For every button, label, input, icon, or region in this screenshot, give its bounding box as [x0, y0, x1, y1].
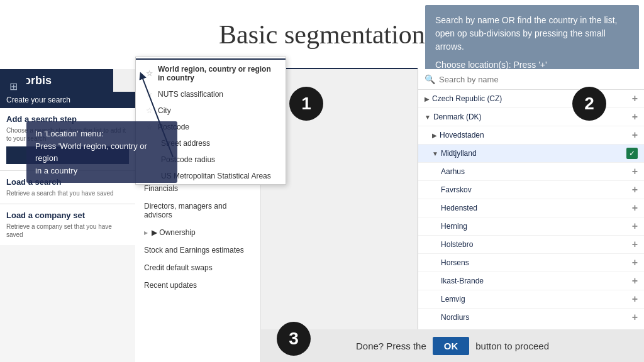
- add-country-btn-6[interactable]: +: [632, 202, 638, 214]
- location-search-bar: 🔍: [418, 69, 644, 90]
- bottom-text-before: Done? Press the: [356, 341, 426, 351]
- add-country-btn-8[interactable]: +: [632, 239, 638, 250]
- menu-item-credit-default-swaps[interactable]: Credit default swaps: [135, 259, 260, 277]
- bottom-bar: Done? Press the OK button to proceed: [261, 329, 644, 362]
- add-country-btn-9[interactable]: +: [632, 257, 638, 268]
- bottom-text-after: button to proceed: [475, 341, 549, 351]
- ok-button[interactable]: OK: [433, 337, 470, 355]
- load-company-description: Retrieve a company set that you have sav…: [6, 222, 129, 239]
- add-country-btn-3[interactable]: ✓: [626, 148, 638, 159]
- bubble-1: 1: [289, 87, 323, 121]
- annotation-box: In 'Location' menu:Press 'World region, …: [26, 121, 177, 183]
- bubble-2: 2: [572, 87, 606, 121]
- annotation-text: In 'Location' menu:Press 'World region, …: [35, 129, 147, 175]
- menu-item-stock-and-earnings-estimates[interactable]: Stock and Earnings estimates: [135, 241, 260, 259]
- country-item-12[interactable]: Nordjurs+: [418, 309, 644, 320]
- search-panel-title: Create your search: [0, 92, 135, 108]
- country-item-2[interactable]: ▶Hovedstaden+: [418, 126, 644, 145]
- add-country-btn-1[interactable]: +: [632, 111, 638, 123]
- add-country-btn-2[interactable]: +: [632, 129, 638, 141]
- country-item-10[interactable]: Ikast-Brande+: [418, 272, 644, 290]
- menu-item-directors,-managers-and-advisors[interactable]: Directors, managers and advisors: [135, 197, 260, 224]
- menu-item-ownership[interactable]: ▶ Ownership: [135, 224, 260, 241]
- load-company-heading: Load a company set: [6, 211, 129, 220]
- load-company-section: Load a company set Retrieve a company se…: [0, 204, 135, 245]
- country-item-3[interactable]: ▼Midtjylland✓: [418, 145, 644, 163]
- load-search-description: Retrieve a search that you have saved: [6, 189, 129, 197]
- country-item-6[interactable]: Hedensted+: [418, 199, 644, 217]
- add-country-btn-11[interactable]: +: [632, 293, 638, 305]
- add-country-btn-0[interactable]: +: [632, 93, 638, 104]
- page-title: Basic segmentation: [219, 19, 425, 50]
- add-country-btn-4[interactable]: +: [632, 166, 638, 177]
- country-item-1[interactable]: ▼Denmark (DK)+: [418, 108, 644, 126]
- add-country-btn-7[interactable]: +: [632, 221, 638, 232]
- add-country-btn-12[interactable]: +: [632, 312, 638, 320]
- right-panel: 🔍 ▶Czech Republic (CZ)+▼Denmark (DK)+▶Ho…: [418, 69, 644, 362]
- submenu-item-2[interactable]: ☆City: [136, 102, 286, 119]
- country-item-0[interactable]: ▶Czech Republic (CZ)+: [418, 90, 644, 108]
- search-icon: 🔍: [425, 74, 435, 84]
- country-item-11[interactable]: Lemvig+: [418, 290, 644, 309]
- submenu-item-0[interactable]: ☆World region, country or region in coun…: [136, 61, 286, 86]
- submenu-item-1[interactable]: ☆NUTS classification: [136, 86, 286, 102]
- submenu-header: [136, 57, 286, 60]
- country-item-7[interactable]: Herning+: [418, 217, 644, 236]
- country-item-4[interactable]: Aarhus+: [418, 163, 644, 181]
- menu-item-recent-updates[interactable]: Recent updates: [135, 277, 260, 294]
- country-item-8[interactable]: Holstebro+: [418, 236, 644, 254]
- country-list: ▶Czech Republic (CZ)+▼Denmark (DK)+▶Hove…: [418, 90, 644, 320]
- country-item-5[interactable]: Favrskov+: [418, 181, 644, 199]
- logo-text: orbis: [24, 74, 52, 87]
- add-country-btn-5[interactable]: +: [632, 184, 638, 195]
- add-country-btn-10[interactable]: +: [632, 275, 638, 287]
- search-input[interactable]: [439, 75, 638, 84]
- bubble-3: 3: [277, 322, 311, 356]
- country-item-9[interactable]: Horsens+: [418, 254, 644, 272]
- info-line1: Search by name OR find the country in th…: [435, 14, 629, 53]
